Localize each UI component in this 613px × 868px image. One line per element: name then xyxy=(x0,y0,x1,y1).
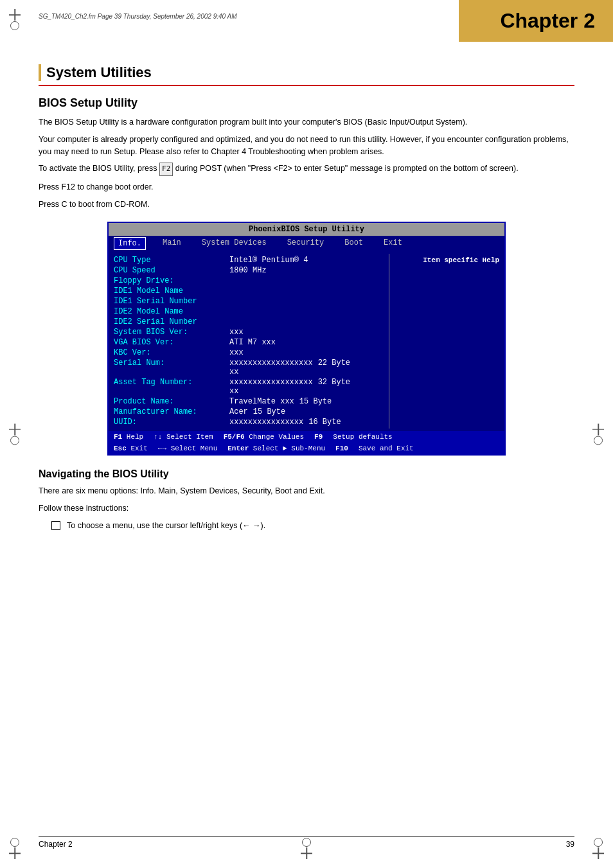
bios-value-cpu-type: Intel® Pentium® 4 xyxy=(229,256,308,265)
bios-byte-asset-tag: 32 Byte xyxy=(318,378,350,396)
bios-label-ide1-serial: IDE1 Serial Number xyxy=(114,297,229,306)
main-content: System Utilities BIOS Setup Utility The … xyxy=(0,51,613,555)
f2-key-icon: F2 xyxy=(159,163,173,176)
bullet-item-1: To choose a menu, use the cursor left/ri… xyxy=(51,520,574,532)
bios-label-cpu-type: CPU Type xyxy=(114,256,229,265)
bios-row-cpu-speed: CPU Speed 1800 MHz xyxy=(114,265,384,276)
bios-enter: Enter Select ► Sub-Menu xyxy=(227,445,325,452)
bios-value-cpu-speed: 1800 MHz xyxy=(229,266,267,275)
bios-row-vga-bios: VGA BIOS Ver: ATI M7 xxx xyxy=(114,337,384,348)
bios-row-sys-bios: System BIOS Ver: xxx xyxy=(114,327,384,337)
circle-right xyxy=(594,436,603,445)
bios-intro-1: The BIOS Setup Utility is a hardware con… xyxy=(39,116,574,128)
bios-row-cpu-type: CPU Type Intel® Pentium® 4 xyxy=(114,255,384,265)
chapter-box: Chapter 2 xyxy=(459,0,613,42)
bullet-text-1: To choose a menu, use the cursor left/ri… xyxy=(67,520,265,532)
bios-menu-exit[interactable]: Exit xyxy=(380,237,406,250)
bios-label-vga-bios: VGA BIOS Ver: xyxy=(114,338,229,347)
bios-row-ide1-model: IDE1 Model Name xyxy=(114,286,384,296)
footer-left: Chapter 2 xyxy=(39,840,73,849)
bios-row-product-name: Product Name: TravelMate xxx 15 Byte xyxy=(114,396,384,407)
bios-select-menu: ←→ Select Menu xyxy=(158,445,217,452)
bullet-list: To choose a menu, use the cursor left/ri… xyxy=(51,520,574,532)
bios-value-kbc: xxx xyxy=(229,348,244,357)
bios-setup-defaults: Setup defaults xyxy=(333,433,392,441)
checkbox-icon xyxy=(51,521,60,530)
bios-label-floppy: Floppy Drive: xyxy=(114,276,229,285)
crosshair-br xyxy=(592,847,604,859)
bios-value-sys-bios: xxx xyxy=(229,328,244,337)
bios-value-serial-num: xxxxxxxxxxxxxxxxxxxx xyxy=(229,359,313,376)
bios-row-ide1-serial: IDE1 Serial Number xyxy=(114,296,384,306)
bios-f1-key: F1 Help xyxy=(114,433,143,441)
corner-mark-bl xyxy=(9,838,21,859)
bios-footer-2: Esc Exit ←→ Select Menu Enter Select ► S… xyxy=(109,443,504,454)
circle-br xyxy=(594,838,603,847)
bios-menu-info[interactable]: Info. xyxy=(114,237,146,250)
bios-label-ide2-model: IDE2 Model Name xyxy=(114,307,229,316)
bios-label-sys-bios: System BIOS Ver: xyxy=(114,328,229,337)
bios-row-manufacturer: Manufacturer Name: Acer 15 Byte xyxy=(114,407,384,417)
bios-value-vga-bios: ATI M7 xxx xyxy=(229,338,276,347)
page-wrapper: SG_TM420_Ch2.fm Page 39 Thursday, Septem… xyxy=(0,0,613,868)
bios-byte-uuid: 16 Byte xyxy=(308,418,341,427)
bios-label-uuid: UUID: xyxy=(114,418,229,427)
bios-menu-main[interactable]: Main xyxy=(159,237,185,250)
section-title: System Utilities xyxy=(39,64,574,81)
bios-intro-2: Your computer is already properly config… xyxy=(39,134,574,158)
chapter-title: Chapter 2 xyxy=(500,9,595,32)
bios-f5f6: F5/F6 Change Values xyxy=(224,433,304,441)
bios-heading: BIOS Setup Utility xyxy=(39,96,574,110)
bios-menu-bar: Info. Main System Devices Security Boot … xyxy=(109,236,504,251)
bios-intro-3b-text: during POST (when "Press <F2> to enter S… xyxy=(175,164,519,173)
bios-main-panel: CPU Type Intel® Pentium® 4 CPU Speed 180… xyxy=(109,254,389,429)
crosshair-left xyxy=(9,423,21,435)
bios-intro-3-text: To activate the BIOS Utility, press xyxy=(39,164,157,173)
bios-row-floppy: Floppy Drive: xyxy=(114,276,384,286)
bios-value-asset-tag: xxxxxxxxxxxxxxxxxxxx xyxy=(229,378,313,396)
bios-title-bar: PhoenixBIOS Setup Utility xyxy=(109,223,504,236)
bios-row-ide2-model: IDE2 Model Name xyxy=(114,306,384,317)
bios-row-kbc: KBC Ver: xxx xyxy=(114,348,384,358)
side-mark-left xyxy=(9,423,21,445)
bios-row-ide2-serial: IDE2 Serial Number xyxy=(114,317,384,327)
bios-help-title: Item specific Help xyxy=(395,256,499,264)
bios-label-kbc: KBC Ver: xyxy=(114,348,229,357)
press-f12-text: Press F12 to change boot order. xyxy=(39,181,574,193)
bios-f9: F9 xyxy=(314,433,323,441)
bios-select-item: ↑↓ Select Item xyxy=(154,433,213,441)
bios-save-exit: Save and Exit xyxy=(359,445,414,452)
crosshair-bl xyxy=(9,847,21,859)
corner-mark-br xyxy=(592,838,604,859)
bios-menu-security[interactable]: Security xyxy=(283,237,328,250)
bios-footer: F1 Help ↑↓ Select Item F5/F6 Change Valu… xyxy=(109,431,504,443)
page-footer: Chapter 2 39 xyxy=(39,837,574,849)
nav-heading: Navigating the BIOS Utility xyxy=(39,468,574,480)
bios-esc-key: Esc Exit xyxy=(114,445,148,452)
footer-right: 39 xyxy=(566,840,574,849)
bios-label-asset-tag: Asset Tag Number: xyxy=(114,378,229,396)
bios-menu-system-devices[interactable]: System Devices xyxy=(198,237,271,250)
bios-byte-product-name: 15 Byte xyxy=(299,397,332,406)
nav-intro-2: Follow these instructions: xyxy=(39,502,574,515)
bios-label-cpu-speed: CPU Speed xyxy=(114,266,229,275)
bios-value-uuid: xxxxxxxxxxxxxxxx xyxy=(229,418,303,427)
bios-screen: PhoenixBIOS Setup Utility Info. Main Sys… xyxy=(107,222,506,456)
bios-value-product-name: TravelMate xxx xyxy=(229,397,294,406)
file-info: SG_TM420_Ch2.fm Page 39 Thursday, Septem… xyxy=(39,13,237,20)
nav-intro-1: There are six menu options: Info. Main, … xyxy=(39,485,574,497)
bios-label-serial-num: Serial Num: xyxy=(114,359,229,376)
bios-label-ide1-model: IDE1 Model Name xyxy=(114,287,229,296)
circle-bl xyxy=(10,838,19,847)
bios-byte-serial-num: 22 Byte xyxy=(318,359,350,376)
bios-menu-boot[interactable]: Boot xyxy=(341,237,367,250)
circle-left xyxy=(10,436,19,445)
section-divider xyxy=(39,85,574,86)
bios-row-serial-num: Serial Num: xxxxxxxxxxxxxxxxxxxx 22 Byte xyxy=(114,358,384,377)
page-header: SG_TM420_Ch2.fm Page 39 Thursday, Septem… xyxy=(0,0,613,51)
bios-label-product-name: Product Name: xyxy=(114,397,229,406)
bios-help-panel: Item specific Help xyxy=(389,254,504,429)
side-mark-right xyxy=(592,423,604,445)
bios-label-ide2-serial: IDE2 Serial Number xyxy=(114,317,229,326)
bios-value-manufacturer: Acer xyxy=(229,407,248,416)
